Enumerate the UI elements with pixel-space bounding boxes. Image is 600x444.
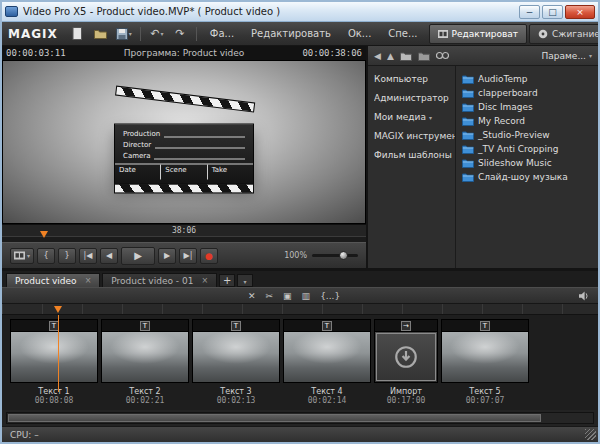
delete-object-button[interactable]: ✕ bbox=[248, 291, 256, 301]
timeline-clip-text-1[interactable]: T Текст 1 00:08:08 bbox=[10, 319, 98, 405]
redo-button[interactable]: ↷ bbox=[171, 25, 189, 43]
timeline-clip-import[interactable]: → Импорт 00:17:00 bbox=[374, 319, 438, 405]
add-tab-button[interactable]: + bbox=[219, 274, 235, 287]
folder-row[interactable]: _Studio-Preview bbox=[462, 128, 598, 142]
clapper-take-label: Take bbox=[208, 165, 253, 180]
frame-back-button[interactable]: ◀ bbox=[100, 248, 118, 264]
folder-row[interactable]: _TV Anti Cropping bbox=[462, 142, 598, 156]
zoom-slider[interactable] bbox=[312, 254, 358, 257]
clip-label: Текст 2 bbox=[101, 387, 189, 396]
timeline-clip-text-2[interactable]: T Текст 2 00:02:21 bbox=[101, 319, 189, 405]
close-button[interactable]: × bbox=[565, 5, 595, 19]
timeline-clip-text-3[interactable]: T Текст 3 00:02:13 bbox=[192, 319, 280, 405]
folder-row[interactable]: Слайд-шоу музыка bbox=[462, 170, 598, 184]
timeline-track[interactable]: T Текст 1 00:08:08 T Текст 2 00:02:21 T … bbox=[2, 315, 598, 410]
import-placeholder[interactable] bbox=[374, 331, 438, 383]
razor-button[interactable]: ▥ bbox=[302, 291, 311, 301]
clip-duration: 00:08:08 bbox=[10, 396, 98, 405]
folder-row[interactable]: Slideshow Music bbox=[462, 156, 598, 170]
clip-thumbnail[interactable] bbox=[283, 331, 371, 383]
frame-forward-button[interactable]: ▶ bbox=[158, 248, 176, 264]
jump-end-button[interactable]: ▶| bbox=[179, 248, 197, 264]
nav-item-computer[interactable]: Компьютер bbox=[374, 74, 455, 84]
record-button[interactable]: ● bbox=[200, 248, 218, 264]
new-project-button[interactable] bbox=[69, 25, 87, 43]
clip-thumbnail[interactable] bbox=[441, 331, 529, 383]
clapper-camera-label: Camera bbox=[123, 153, 150, 160]
nav-item-movie-templates[interactable]: Фильм шаблоны bbox=[374, 150, 455, 160]
tab-close-icon[interactable]: × bbox=[85, 276, 92, 285]
maximize-button[interactable]: □ bbox=[542, 5, 563, 19]
new-folder-button[interactable] bbox=[400, 51, 412, 61]
nav-item-magix-tools[interactable]: MAGIX инструменты▸ bbox=[374, 131, 455, 141]
preview-seekbar[interactable]: 38:06 bbox=[2, 224, 366, 242]
undo-button[interactable]: ↶ ▾ bbox=[148, 25, 166, 43]
clip-duration: 00:17:00 bbox=[374, 396, 438, 405]
tab-burn[interactable]: Сжигание bbox=[529, 24, 600, 44]
play-button[interactable]: ▶ bbox=[121, 247, 155, 265]
menu-edit[interactable]: Редактировать bbox=[245, 28, 337, 39]
magix-logo: MAGIX bbox=[8, 27, 58, 41]
zoom-slider-thumb[interactable] bbox=[339, 251, 348, 260]
resize-grip[interactable] bbox=[585, 429, 596, 440]
folder-up-button[interactable]: ▲ bbox=[387, 51, 394, 61]
clapperboard: Production Director Camera Date Scene Ta… bbox=[114, 99, 254, 186]
folder-row[interactable]: Disc Images bbox=[462, 100, 598, 114]
nav-item-administrator[interactable]: Администратор bbox=[374, 93, 455, 103]
menu-file[interactable]: Фа... bbox=[204, 28, 240, 39]
back-icon: ◀ bbox=[374, 51, 381, 61]
view-options-button[interactable] bbox=[418, 51, 430, 61]
timeline-ruler[interactable] bbox=[2, 304, 598, 315]
current-timecode: 00:00:03:11 bbox=[6, 48, 66, 58]
preview-mode-button[interactable]: ▾ bbox=[10, 248, 34, 264]
folder-row[interactable]: My Record bbox=[462, 114, 598, 128]
video-viewport[interactable]: Production Director Camera Date Scene Ta… bbox=[2, 60, 366, 224]
jump-start-button[interactable]: |◀ bbox=[79, 248, 97, 264]
copy-button[interactable]: ▣ bbox=[283, 291, 292, 301]
media-pool-toolbar: ◀ ▲ Параме... ▾ bbox=[368, 46, 598, 66]
folder-row[interactable]: AudioTemp bbox=[462, 72, 598, 86]
range-out-icon: } bbox=[64, 251, 69, 260]
tab-list-button[interactable]: ▾ bbox=[237, 274, 253, 287]
menu-window[interactable]: Ок... bbox=[342, 28, 377, 39]
timeline-tab-product-video[interactable]: Product video × bbox=[6, 273, 100, 287]
clip-label: Текст 3 bbox=[192, 387, 280, 396]
menu-help[interactable]: Спе... bbox=[382, 28, 423, 39]
seek-ruler[interactable] bbox=[2, 236, 366, 242]
preview-panel: 00:00:03:11 Программа: Product video 00:… bbox=[2, 46, 366, 268]
timeline-clip-text-5[interactable]: T Текст 5 00:07:07 bbox=[441, 319, 529, 405]
tab-close-icon[interactable]: × bbox=[201, 276, 208, 285]
clip-thumbnail[interactable] bbox=[192, 331, 280, 383]
nav-item-my-media[interactable]: Мои медиа▾ bbox=[374, 112, 455, 122]
timeline-clip-text-4[interactable]: T Текст 4 00:02:14 bbox=[283, 319, 371, 405]
playhead-line[interactable] bbox=[58, 315, 59, 392]
range-out-button[interactable]: } bbox=[58, 248, 76, 264]
timeline-tab-product-video-01[interactable]: Product video - 01 × bbox=[102, 273, 217, 287]
speaker-icon[interactable] bbox=[578, 291, 590, 301]
zoom-control: 100% bbox=[284, 251, 358, 260]
media-pool-options-button[interactable]: Параме... ▾ bbox=[542, 51, 592, 61]
range-in-button[interactable]: { bbox=[37, 248, 55, 264]
seek-playhead-marker[interactable] bbox=[40, 231, 48, 238]
clip-label: Текст 1 bbox=[10, 387, 98, 396]
minimize-button[interactable]: − bbox=[519, 5, 540, 19]
back-button[interactable]: ◀ bbox=[374, 51, 381, 61]
folder-row[interactable]: clapperboard bbox=[462, 86, 598, 100]
timeline-scrollbar[interactable] bbox=[6, 412, 594, 424]
jump-end-icon: ▶| bbox=[184, 251, 193, 260]
tab-editing[interactable]: Редактироват bbox=[429, 24, 528, 44]
binoculars-search-icon bbox=[436, 51, 449, 60]
folder-icon bbox=[462, 88, 474, 98]
scrollbar-thumb[interactable] bbox=[8, 414, 541, 422]
open-project-button[interactable] bbox=[92, 25, 110, 43]
playhead-marker[interactable] bbox=[54, 306, 62, 313]
search-button[interactable] bbox=[436, 51, 449, 60]
cut-button[interactable]: ✂ bbox=[266, 291, 274, 301]
object-properties-button[interactable]: {...} bbox=[320, 291, 340, 301]
clip-thumbnail[interactable] bbox=[10, 331, 98, 383]
timeline-tabs: Product video × Product video - 01 × + ▾ bbox=[2, 271, 598, 287]
clip-thumbnail[interactable] bbox=[101, 331, 189, 383]
titlebar[interactable]: Video Pro X5 - Product video.MVP* ( Prod… bbox=[2, 2, 598, 22]
save-project-button[interactable]: ▾ bbox=[115, 25, 133, 43]
main-toolbar: MAGIX ▾ ↶ ▾ ↷ Фа... Редактировать Ок... … bbox=[2, 22, 598, 46]
